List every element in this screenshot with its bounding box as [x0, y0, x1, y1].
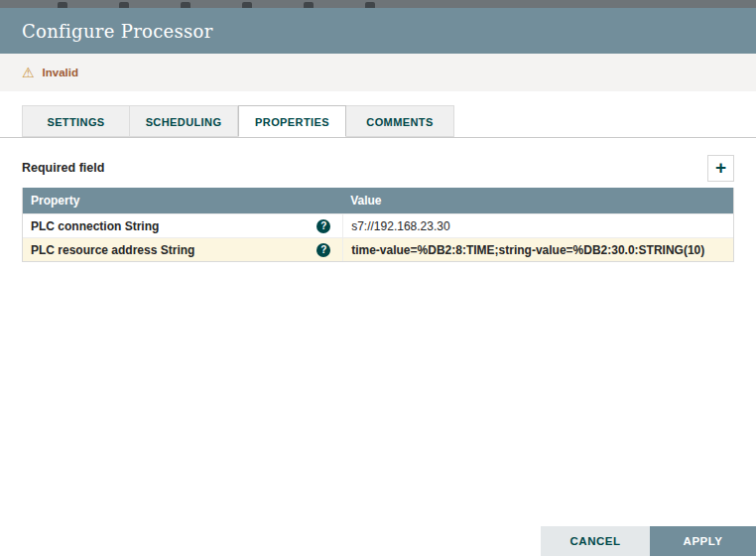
property-name: PLC resource address String	[31, 243, 194, 257]
background-app-strip	[0, 0, 756, 8]
property-value-cell[interactable]: time-value=%DB2:8:TIME;string-value=%DB2…	[342, 238, 733, 261]
table-toolbar: Required field +	[22, 148, 734, 188]
apply-button[interactable]: APPLY	[650, 526, 756, 556]
validation-banner: ⚠ Invalid	[0, 54, 756, 91]
toolbar-icon	[119, 2, 129, 8]
toolbar-icon	[58, 2, 67, 8]
help-icon[interactable]: ?	[316, 219, 330, 233]
required-field-label: Required field	[22, 161, 104, 175]
property-name-cell: PLC resource address String ?	[23, 243, 342, 257]
dialog-title: Configure Processor	[22, 21, 213, 42]
properties-panel: Required field + Property Value PLC conn…	[0, 138, 756, 262]
validation-status: Invalid	[43, 67, 78, 78]
tab-settings[interactable]: SETTINGS	[22, 105, 130, 137]
property-value: time-value=%DB2:8:TIME;string-value=%DB2…	[351, 243, 704, 257]
column-header-property: Property	[23, 194, 342, 208]
property-value: s7://192.168.23.30	[351, 219, 449, 233]
plus-icon: +	[715, 157, 726, 178]
column-header-value: Value	[342, 194, 733, 208]
table-row: PLC connection String ? s7://192.168.23.…	[23, 213, 733, 237]
toolbar-icon	[304, 2, 314, 8]
toolbar-icon	[242, 2, 252, 8]
tab-comments[interactable]: COMMENTS	[346, 105, 454, 137]
tab-properties[interactable]: PROPERTIES	[238, 105, 346, 137]
toolbar-icon	[181, 2, 190, 8]
tab-scheduling[interactable]: SCHEDULING	[130, 105, 238, 137]
dialog-header: Configure Processor	[0, 8, 756, 54]
warning-icon: ⚠	[22, 66, 35, 79]
add-property-button[interactable]: +	[707, 155, 734, 182]
table-row: PLC resource address String ? time-value…	[23, 237, 733, 261]
properties-table: Property Value PLC connection String ? s…	[22, 188, 734, 262]
toolbar-icon	[365, 2, 375, 8]
tab-bar: SETTINGS SCHEDULING PROPERTIES COMMENTS	[0, 105, 756, 138]
cancel-button[interactable]: CANCEL	[541, 526, 650, 556]
property-value-cell[interactable]: s7://192.168.23.30	[342, 214, 733, 237]
property-name: PLC connection String	[31, 219, 159, 233]
table-header-row: Property Value	[23, 188, 733, 213]
help-icon[interactable]: ?	[316, 243, 330, 257]
dialog-footer: CANCEL APPLY	[541, 526, 756, 556]
property-name-cell: PLC connection String ?	[23, 219, 342, 233]
